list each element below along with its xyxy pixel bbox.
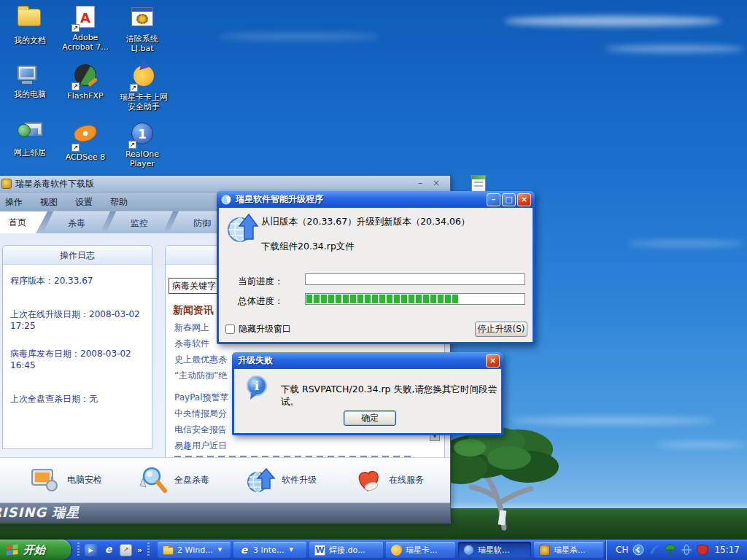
desktop-icon-rising-kaka[interactable]: ↗ 瑞星卡卡上网安全助手 (112, 63, 175, 112)
taskbar-button-rising-update[interactable]: 瑞星软... (458, 542, 531, 558)
total-progress-label: 总体进度： (238, 295, 284, 308)
shortcut-arrow-icon: ↗ (130, 84, 138, 92)
close-button[interactable]: × (517, 193, 531, 206)
toolbar-software-upgrade[interactable]: 软件升级 (246, 467, 317, 494)
news-item[interactable]: 杀毒软件 (174, 338, 209, 350)
news-section-title: 新闻资讯 (173, 304, 214, 317)
separator (147, 542, 150, 557)
close-button[interactable]: × (486, 354, 500, 368)
current-progress-bar (305, 273, 525, 285)
news-item[interactable]: 易趣用户近日 (174, 440, 227, 452)
desktop-icon-network-places[interactable]: 网上邻居 (1, 121, 58, 158)
tray-back-arrow-icon[interactable] (632, 544, 644, 556)
desktop-icon-acdsee[interactable]: ↗ ACDSee 8 (57, 121, 114, 162)
computer-icon (18, 63, 42, 88)
tab-home[interactable]: 首页 (0, 211, 47, 233)
error-dialog: 升级失败 × i 下载 RSVPATCH/20.34.rp 失败,请您换其它时间… (232, 352, 503, 435)
taskbar-button-rising-kaka[interactable]: 瑞星卡... (386, 542, 455, 558)
desktop-icon-my-computer[interactable]: 我的电脑 (1, 63, 58, 99)
clock[interactable]: 15:17 (714, 545, 740, 555)
start-button[interactable]: 开始 (0, 540, 71, 560)
windows-flag-icon (6, 544, 19, 556)
taskbar-button-rising-antivirus[interactable]: 瑞星杀... (534, 542, 603, 558)
total-progress-fill (306, 295, 459, 303)
window-title: 瑞星杀毒软件下载版 (15, 178, 411, 190)
icon-label: 我的文档 (1, 36, 58, 45)
operation-log-panel: 操作日志 程序版本：20.33.67 上次在线升级日期：2008-03-02 1… (2, 245, 152, 449)
error-dialog-title: 升级失败 (238, 354, 484, 367)
update-dialog-titlebar[interactable]: 瑞星软件智能升级程序 – □ × (217, 191, 535, 208)
kaka-icon (133, 66, 154, 86)
quick-launch-more-chevron[interactable]: » (137, 545, 142, 555)
desktop-icon-my-documents[interactable]: 我的文档 (1, 4, 58, 45)
hide-window-checkbox[interactable] (225, 324, 235, 334)
news-item[interactable]: PayPal预警苹 (174, 392, 229, 404)
stop-upgrade-button[interactable]: 停止升级(S) (475, 322, 527, 337)
rising-lion-icon (539, 545, 550, 556)
toolbar-online-service[interactable]: 在线服务 (353, 467, 424, 494)
update-dialog-title: 瑞星软件智能升级程序 (236, 193, 485, 206)
desktop-icon-adobe-acrobat[interactable]: A↗ AdobeAcrobat 7... (57, 4, 114, 52)
desktop-icon-realone-player[interactable]: 1↗ RealOnePlayer (114, 121, 171, 168)
minimize-button[interactable]: – (414, 178, 427, 190)
tray-globe-icon[interactable] (681, 544, 692, 556)
desktop: 我的文档 A↗ AdobeAcrobat 7... 清除系统LJ.bat 我的电… (0, 0, 747, 560)
toolbar-full-scan[interactable]: 全盘杀毒 (139, 467, 209, 494)
desktop-icon-clean-system-bat[interactable]: 清除系统LJ.bat (114, 4, 171, 53)
media-player-icon[interactable]: ▶ (85, 544, 97, 556)
magnifier-icon (139, 467, 168, 494)
launch-shortcut-icon[interactable]: ↗ (120, 544, 132, 556)
tree (429, 421, 582, 531)
tray-shield-icon[interactable] (697, 544, 708, 556)
last-fullscan-date: 上次全盘查杀日期：无 (10, 393, 144, 405)
minimize-button[interactable]: – (487, 193, 500, 206)
taskbar-button-windows-group[interactable]: 2 Wind... ▼ (158, 542, 231, 558)
network-icon (18, 121, 42, 146)
rising-logo: RISING 瑞星 (0, 505, 80, 520)
tab-antivirus[interactable]: 杀毒 (43, 211, 110, 233)
separator (77, 542, 80, 557)
folder-icon (163, 547, 174, 555)
upgrade-version-text: 从旧版本（20.33.67）升级到新版本（20.34.06） (261, 216, 470, 228)
desktop-icon-flashfxp[interactable]: ↗ FlashFXP (57, 63, 114, 101)
main-window-titlebar[interactable]: 瑞星杀毒软件下载版 – × (0, 176, 450, 192)
taskbar-button-internet-group[interactable]: e 3 Inte... ▼ (233, 542, 306, 558)
internet-explorer-icon[interactable]: e (102, 544, 115, 556)
menu-settings[interactable]: 设置 (66, 196, 101, 209)
globe-arrow-icon (221, 194, 232, 205)
input-method-indicator[interactable]: CH (616, 545, 628, 555)
maximize-button[interactable]: □ (502, 193, 516, 206)
toolbar-computer-check[interactable]: 电脑安检 (30, 467, 102, 494)
rising-logo-bar: RISING 瑞星 (0, 502, 450, 523)
menu-help[interactable]: 帮助 (101, 196, 136, 209)
taskbar-button-word-doc[interactable]: W 焊接.do... (309, 542, 383, 558)
download-component-text: 下载组件20.34.rp文件 (261, 241, 355, 253)
notepad-icon[interactable] (471, 175, 486, 192)
hide-window-label[interactable]: 隐藏升级窗口 (239, 323, 291, 335)
tray-umbrella-icon[interactable] (665, 544, 676, 556)
news-item[interactable]: 中央情报局分 (174, 408, 227, 420)
folder-icon (18, 9, 41, 26)
news-item[interactable]: 史上最优惠杀 (174, 354, 227, 366)
start-label: 开始 (23, 543, 45, 557)
cloud (627, 241, 744, 246)
update-dialog: 瑞星软件智能升级程序 – □ × 从旧版本（20.33.67）升级到新版本（20… (217, 191, 535, 344)
news-item[interactable]: 电信安全报告 (174, 424, 227, 436)
error-dialog-titlebar[interactable]: 升级失败 × (232, 352, 503, 369)
tab-monitor[interactable]: 监控 (106, 211, 173, 233)
batch-file-icon (131, 7, 153, 26)
error-message: 下载 RSVPATCH/20.34.rp 失败,请您换其它时间段尝试。 (281, 384, 500, 408)
heart-service-icon (353, 467, 382, 494)
cloud (657, 442, 747, 448)
news-item[interactable]: “主动防御”绝 (174, 370, 227, 382)
group-dropdown-arrow: ▼ (218, 547, 222, 553)
menu-view[interactable]: 视图 (31, 196, 66, 209)
tray-swoosh-icon[interactable] (649, 544, 660, 556)
close-button[interactable]: × (430, 178, 443, 190)
menu-operation[interactable]: 操作 (0, 196, 31, 209)
news-item[interactable]: 新春网上 (174, 322, 209, 334)
cloud (219, 33, 379, 40)
ok-button[interactable]: 确定 (344, 411, 396, 426)
internet-explorer-icon: e (239, 545, 249, 556)
computer-check-icon (30, 467, 61, 494)
